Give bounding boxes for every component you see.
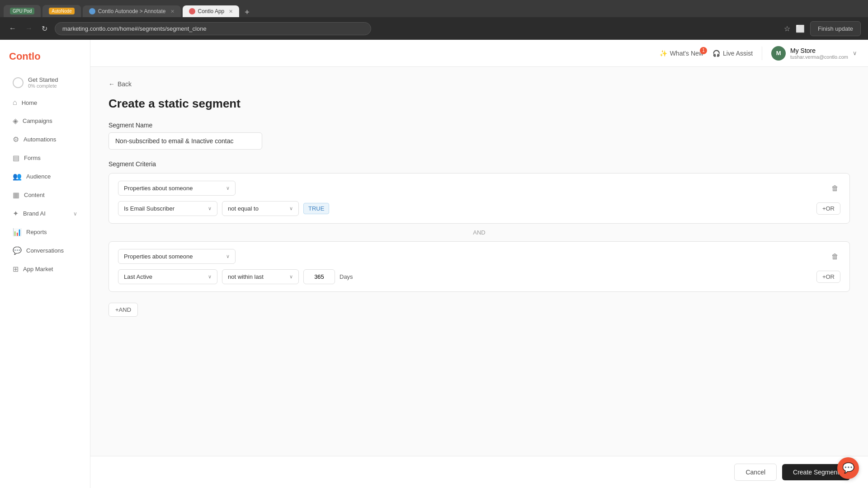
cancel-button[interactable]: Cancel <box>734 464 777 481</box>
tab-contlo-annotate[interactable]: Contlo Autonode > Annotate ✕ <box>83 5 181 17</box>
criteria-2-category-dropdown[interactable]: Properties about someone ∨ <box>118 249 236 264</box>
chat-fab-button[interactable]: 💬 <box>837 457 859 479</box>
nav-divider <box>762 47 762 60</box>
campaigns-icon: ◈ <box>13 117 18 125</box>
tab-contlo-app[interactable]: Contlo App ✕ <box>183 5 240 17</box>
add-and-button[interactable]: +AND <box>108 303 138 317</box>
criteria-1-or-button[interactable]: +OR <box>816 202 840 215</box>
sidebar-home-label: Home <box>22 99 38 106</box>
criteria-1-operator-chevron: ∨ <box>289 206 293 211</box>
back-arrow-icon: ← <box>108 80 115 88</box>
sidebar-content-label: Content <box>24 192 45 198</box>
back-link[interactable]: ← Back <box>108 80 850 88</box>
criteria-2-or-button[interactable]: +OR <box>816 271 840 283</box>
criteria-1-value-badge: TRUE <box>303 203 329 214</box>
criteria-1-property-label: Is Email Subscriber <box>124 205 175 212</box>
criteria-2-days-input[interactable] <box>303 269 335 284</box>
sidebar-item-automations[interactable]: ⚙ Automations <box>4 131 86 148</box>
reload-button[interactable]: ↻ <box>40 23 49 35</box>
user-details: My Store tushar.verma@contlo.com <box>790 47 848 60</box>
sidebar-item-get-started[interactable]: Get Started 0% complete <box>4 72 86 93</box>
get-started-circle <box>13 77 24 88</box>
whats-new-icon: ✨ <box>660 50 667 57</box>
sidebar-brand-ai-label: Brand AI <box>23 210 46 217</box>
content-area: ✨ What's New 1 🎧 Live Assist M My Store … <box>90 40 868 488</box>
criteria-1-property-dropdown[interactable]: Is Email Subscriber ∨ <box>118 201 217 216</box>
criteria-block-1: Properties about someone ∨ 🗑 Is Email Su… <box>108 173 850 224</box>
tab-contlo-annotate-label: Contlo Autonode > Annotate <box>98 8 166 14</box>
sidebar-item-forms[interactable]: ▤ Forms <box>4 149 86 167</box>
sidebar-item-reports[interactable]: 📊 Reports <box>4 223 86 241</box>
criteria-1-category-label: Properties about someone <box>124 185 193 192</box>
reports-icon: 📊 <box>13 228 22 236</box>
tab-gpu[interactable]: GPU Pod <box>4 5 41 17</box>
page-title: Create a static segment <box>108 97 850 111</box>
criteria-2-operator-chevron: ∨ <box>289 274 293 280</box>
address-bar[interactable]: marketing.contlo.com/home#/segments/segm… <box>55 22 371 35</box>
live-assist-icon: 🎧 <box>712 50 720 57</box>
get-started-label: Get Started <box>28 76 58 83</box>
and-divider: AND <box>108 229 850 236</box>
criteria-2-days-label: Days <box>340 273 353 280</box>
brand-ai-icon: ✦ <box>13 209 19 218</box>
criteria-2-property-dropdown[interactable]: Last Active ∨ <box>118 269 217 284</box>
criteria-2-operator-label: not within last <box>228 273 264 280</box>
segment-criteria-label: Segment Criteria <box>108 160 850 168</box>
sidebar-item-content[interactable]: ▦ Content <box>4 186 86 204</box>
logo-text: Contlo <box>9 51 41 62</box>
tab-contlo-app-close[interactable]: ✕ <box>229 9 233 14</box>
sidebar-item-campaigns[interactable]: ◈ Campaigns <box>4 112 86 130</box>
live-assist-button[interactable]: 🎧 Live Assist <box>712 50 753 57</box>
forward-nav-button[interactable]: → <box>24 23 34 34</box>
page-footer: Cancel Create Segment <box>90 456 868 488</box>
home-icon: ⌂ <box>13 99 17 107</box>
tab-contlo-annotate-close[interactable]: ✕ <box>170 9 175 14</box>
criteria-2-property-label: Last Active <box>124 273 152 280</box>
criteria-2-header: Properties about someone ∨ 🗑 <box>118 249 840 264</box>
address-bar-row: ← → ↻ marketing.contlo.com/home#/segment… <box>0 17 868 40</box>
conversations-icon: 💬 <box>13 246 22 255</box>
sidebar-reports-label: Reports <box>26 229 47 235</box>
whats-new-badge: 1 <box>700 47 707 54</box>
gpu-pill: GPU Pod <box>10 8 34 14</box>
criteria-1-operator-dropdown[interactable]: not equal to ∨ <box>222 201 299 216</box>
sidebar-item-brand-ai[interactable]: ✦ Brand AI ∨ <box>4 205 86 222</box>
audience-icon: 👥 <box>13 172 22 181</box>
window-controls-icon: ⬜ <box>796 24 805 33</box>
sidebar-item-conversations[interactable]: 💬 Conversations <box>4 242 86 259</box>
live-assist-label: Live Assist <box>723 50 753 57</box>
user-expand-icon: ∨ <box>853 50 857 56</box>
bookmark-icon[interactable]: ☆ <box>784 24 790 33</box>
criteria-1-property-chevron: ∨ <box>208 206 212 211</box>
tab-autonode[interactable]: AutoNode <box>42 5 80 17</box>
user-avatar: M <box>771 46 786 61</box>
criteria-2-operator-dropdown[interactable]: not within last ∨ <box>222 269 299 284</box>
sidebar-app-market-label: App Market <box>23 266 53 272</box>
criteria-2-delete-button[interactable]: 🗑 <box>830 251 840 263</box>
criteria-2-property-chevron: ∨ <box>208 274 212 280</box>
segment-name-label: Segment Name <box>108 122 850 129</box>
criteria-1-delete-button[interactable]: 🗑 <box>830 183 840 194</box>
sidebar-automations-label: Automations <box>24 136 56 143</box>
sidebar-item-audience[interactable]: 👥 Audience <box>4 168 86 185</box>
tab-contlo-app-label: Contlo App <box>198 8 225 14</box>
sidebar-logo: Contlo <box>0 47 90 71</box>
sidebar-item-app-market[interactable]: ⊞ App Market <box>4 260 86 278</box>
whats-new-button[interactable]: ✨ What's New 1 <box>660 50 703 57</box>
finish-update-button[interactable]: Finish update <box>810 21 861 36</box>
back-label: Back <box>118 80 132 88</box>
new-tab-button[interactable]: + <box>241 8 253 17</box>
forms-icon: ▤ <box>13 154 19 162</box>
tab-bar: GPU Pod AutoNode Contlo Autonode > Annot… <box>0 0 868 17</box>
back-nav-button[interactable]: ← <box>7 23 18 34</box>
sidebar-item-home[interactable]: ⌂ Home <box>4 94 86 111</box>
brand-ai-chevron-icon: ∨ <box>73 211 77 217</box>
automations-icon: ⚙ <box>13 135 19 144</box>
top-nav: ✨ What's New 1 🎧 Live Assist M My Store … <box>90 40 868 67</box>
sidebar: Contlo Get Started 0% complete ⌂ Home ◈ … <box>0 40 90 488</box>
criteria-1-category-dropdown[interactable]: Properties about someone ∨ <box>118 181 236 196</box>
user-info[interactable]: M My Store tushar.verma@contlo.com ∨ <box>771 46 857 61</box>
segment-name-input[interactable] <box>108 132 262 150</box>
sidebar-campaigns-label: Campaigns <box>23 117 52 124</box>
get-started-sub: 0% complete <box>28 83 58 89</box>
